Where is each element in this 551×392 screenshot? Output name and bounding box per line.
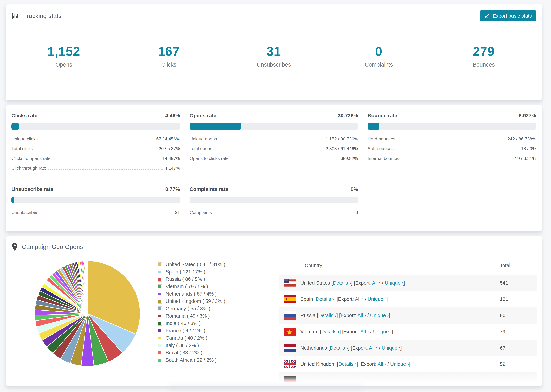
progress-bar <box>367 123 536 130</box>
dotted-leader <box>214 150 324 150</box>
details-link[interactable]: Details › <box>321 329 339 334</box>
details-link[interactable]: Details › <box>338 361 356 367</box>
rate-stat-label: Total clicks <box>11 146 33 151</box>
export-all-link[interactable]: All › <box>360 329 369 334</box>
export-unique-link[interactable]: Unique › <box>381 345 400 351</box>
column-header-total: Total <box>500 263 537 268</box>
rate-stat-value: 4.147% <box>165 166 180 171</box>
dotted-leader <box>53 160 160 160</box>
export-button-label: Export basic stats <box>493 13 532 19</box>
stat-label: Unsubscribes <box>257 61 291 68</box>
details-link[interactable]: Details › <box>333 280 351 286</box>
export-basic-stats-button[interactable]: Export basic stats <box>480 10 536 21</box>
country-total: 79 <box>500 329 537 335</box>
rate-title: Opens rate <box>190 113 216 119</box>
legend-swatch <box>158 321 162 325</box>
export-unique-link[interactable]: Unique › <box>373 329 392 334</box>
table-row-united-states: United States [Details ›] [Export: All ›… <box>279 275 537 291</box>
geo-pie-chart <box>33 259 142 368</box>
rate-section-complaints-rate: Complaints rate 0% Complaints 0 <box>190 186 358 220</box>
legend-label: South Africa ( 29 / 2% ) <box>166 357 217 363</box>
rate-title: Bounce rate <box>367 113 397 119</box>
country-cell-text: United States [Details ›] [Export: All ›… <box>300 280 405 286</box>
stat-box-opens: 1,152 Opens <box>11 32 116 80</box>
export-unique-link[interactable]: Unique › <box>385 280 403 286</box>
rate-stat-value: 0 <box>356 210 358 215</box>
country-total: 86 <box>500 313 537 318</box>
export-all-link[interactable]: All › <box>372 280 381 286</box>
table-row-netherlands: Netherlands [Details ›] [Export: All › /… <box>279 340 537 356</box>
rate-stat-row: Clicks to opens rate 14.497% <box>11 156 180 161</box>
legend-item-russia: Russia ( 86 / 5% ) <box>158 275 225 283</box>
legend-item-united-states: United States ( 541 / 31% ) <box>158 261 225 268</box>
rate-stat-value: 19 / 6.81% <box>515 156 536 161</box>
country-total: 67 <box>500 345 537 351</box>
stat-value: 0 <box>375 44 382 59</box>
table-row-de <box>279 372 537 386</box>
legend-label: Vietnam ( 79 / 5% ) <box>166 284 208 289</box>
legend-label: Italy ( 36 / 2% ) <box>166 343 199 348</box>
stat-value: 167 <box>158 44 179 59</box>
legend-item-brazil: Brazil ( 33 / 2% ) <box>158 349 225 357</box>
legend-swatch <box>158 307 162 311</box>
geo-table: Country Total United States [Details ›] … <box>279 256 537 386</box>
dotted-leader <box>397 140 505 140</box>
rate-stat-label: Total opens <box>190 146 212 151</box>
legend-label: France ( 42 / 2% ) <box>166 328 205 334</box>
geo-title: Campaign Geo Opens <box>22 243 83 250</box>
rate-title: Unsubscribe rate <box>11 186 53 192</box>
progress-bar <box>190 123 358 130</box>
geo-content: United States ( 541 / 31% ) Spain ( 121 … <box>6 256 542 376</box>
details-link[interactable]: Details › <box>316 296 334 302</box>
geo-table-body: United States [Details ›] [Export: All ›… <box>279 275 537 386</box>
pie-slice-other[interactable] <box>87 261 87 314</box>
legend-swatch <box>158 285 162 289</box>
legend-label: Russia ( 86 / 5% ) <box>166 276 205 282</box>
dotted-leader <box>219 140 324 140</box>
legend-item-italy: Italy ( 36 / 2% ) <box>158 342 225 349</box>
flag-nl-icon <box>283 344 296 352</box>
details-link[interactable]: Details › <box>330 345 348 351</box>
progress-bar <box>11 123 180 130</box>
export-all-link[interactable]: All › <box>357 313 366 318</box>
export-all-link[interactable]: All › <box>377 361 386 367</box>
stat-box-bounces: 279 Bounces <box>431 32 536 80</box>
legend-item-united-kingdom: United Kingdom ( 59 / 3% ) <box>158 298 225 305</box>
geo-table-header: Country Total <box>279 256 537 275</box>
rate-value: 0% <box>351 186 358 192</box>
campaign-geo-opens-card: Campaign Geo Opens United States ( 541 /… <box>6 236 542 386</box>
country-total: 121 <box>500 296 537 302</box>
dotted-leader <box>49 169 163 170</box>
legend-label: Canada ( 40 / 2% ) <box>166 335 207 341</box>
export-all-link[interactable]: All › <box>355 296 363 302</box>
rate-stat-row: Internal bounces 19 / 6.81% <box>367 156 536 161</box>
legend-swatch <box>158 263 162 267</box>
geo-header: Campaign Geo Opens <box>6 236 542 256</box>
rate-value: 4.46% <box>165 113 180 119</box>
legend-swatch <box>158 270 162 274</box>
country-cell-text: Spain [Details ›] [Export: All › / Uniqu… <box>300 296 388 302</box>
export-unique-link[interactable]: Unique › <box>390 361 409 367</box>
header-divider <box>11 26 536 26</box>
progress-bar <box>190 196 358 203</box>
rate-stat-value: 689.82% <box>340 156 358 161</box>
export-unique-link[interactable]: Unique › <box>367 296 386 302</box>
legend-swatch <box>158 351 162 355</box>
table-row-russia: Russia [Details ›] [Export: All › / Uniq… <box>279 307 537 324</box>
rate-stat-row: Unique opens 1,152 / 30.736% <box>190 136 358 142</box>
country-total: 541 <box>500 280 537 286</box>
rates-grid: Clicks rate 4.46% Unique clicks 167 / 4.… <box>6 105 542 227</box>
tracking-stats-header: Tracking stats Export basic stats <box>6 4 542 26</box>
details-link[interactable]: Details › <box>318 313 336 318</box>
rate-stat-value: 18 / 0% <box>521 146 536 151</box>
flag-es-icon <box>283 295 296 303</box>
rate-section-clicks-rate: Clicks rate 4.46% Unique clicks 167 / 4.… <box>11 113 180 175</box>
rate-stat-value: 220 / 5.87% <box>156 146 180 151</box>
export-unique-link[interactable]: Unique › <box>370 313 389 318</box>
rate-stat-row: Unsubscribes 31 <box>11 210 180 215</box>
rate-stat-label: Click through rate <box>11 166 46 171</box>
legend-label: United Kingdom ( 59 / 3% ) <box>166 298 225 304</box>
export-all-link[interactable]: All › <box>369 345 377 351</box>
stat-value: 279 <box>473 44 494 59</box>
rate-stat-row: Total clicks 220 / 5.87% <box>11 146 180 151</box>
